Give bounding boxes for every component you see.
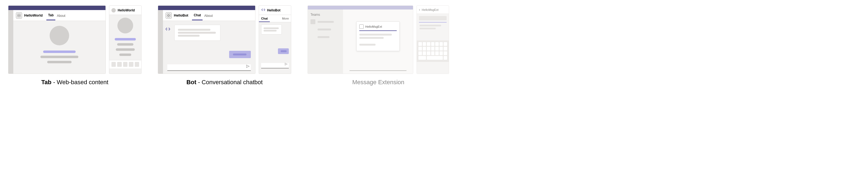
keyboard[interactable] xyxy=(417,41,449,62)
mobile-chat-area xyxy=(259,24,291,71)
mobile-header: HelloBot xyxy=(259,6,291,15)
svg-rect-2 xyxy=(18,16,19,17)
bot-desktop-window: HelloBot Chat About xyxy=(158,5,255,74)
app-rail xyxy=(158,10,163,74)
tab-more[interactable]: More xyxy=(280,15,291,22)
sidebar-title: Teams xyxy=(310,13,340,17)
send-icon[interactable] xyxy=(284,62,288,67)
app-icon xyxy=(166,12,172,19)
window-titlebar xyxy=(8,6,105,10)
mobile-header: ‹ HelloMsgExt xyxy=(417,6,449,14)
app-name: HelloBot xyxy=(174,13,188,17)
tab-mobile-window: HelloWorld xyxy=(109,5,142,74)
outgoing-message xyxy=(278,48,289,54)
message-extension-group: Teams HelloMsgExt xyxy=(308,5,449,86)
tab-desktop-window: HelloWorld Tab About xyxy=(8,5,106,74)
tab-caption: Tab - Web-based content xyxy=(41,79,108,86)
incoming-message xyxy=(261,24,282,34)
tab-header: HelloWorld Tab About xyxy=(13,10,105,21)
window-titlebar xyxy=(308,6,413,9)
avatar-placeholder xyxy=(117,18,133,33)
svg-rect-5 xyxy=(169,14,170,15)
text-line xyxy=(40,56,79,58)
text-line xyxy=(117,43,133,46)
svg-rect-4 xyxy=(167,14,168,15)
svg-rect-3 xyxy=(19,16,21,17)
list-item[interactable] xyxy=(310,19,340,24)
tab-chat[interactable]: Chat xyxy=(259,15,270,22)
svg-point-8 xyxy=(167,29,168,29)
text-line xyxy=(47,61,71,63)
list-item[interactable] xyxy=(310,27,340,32)
bot-avatar-icon xyxy=(165,26,170,33)
card-app-icon xyxy=(359,24,364,29)
mobile-title: HelloBot xyxy=(267,8,280,12)
nav-item[interactable] xyxy=(112,62,116,67)
message-extension-card: HelloMsgExt xyxy=(356,22,400,51)
bot-mobile-window: HelloBot Chat More xyxy=(259,5,291,74)
card-title: HelloMsgExt xyxy=(365,25,382,28)
avatar-placeholder xyxy=(50,26,69,45)
tab-about[interactable]: About xyxy=(55,11,67,20)
compose-box[interactable] xyxy=(167,65,251,71)
svg-rect-6 xyxy=(167,16,168,17)
compose-box[interactable] xyxy=(261,63,289,69)
svg-rect-1 xyxy=(19,14,21,15)
mobile-tabs: Chat More xyxy=(259,15,291,22)
tab-about[interactable]: About xyxy=(203,11,214,20)
nav-item[interactable] xyxy=(117,62,122,67)
app-icon xyxy=(16,12,22,19)
compose-box[interactable] xyxy=(349,66,406,71)
search-input[interactable] xyxy=(419,16,446,20)
mobile-title: HelloMsgExt xyxy=(422,8,438,11)
text-line xyxy=(359,44,376,46)
svg-rect-7 xyxy=(169,16,170,17)
text-line xyxy=(116,48,135,51)
tab-chat[interactable]: Chat xyxy=(192,10,203,20)
text-line xyxy=(119,53,131,56)
diagram-row: HelloWorld Tab About xyxy=(8,5,860,86)
chat-area xyxy=(163,21,255,74)
text-line xyxy=(359,34,392,35)
mobile-title: HelloWorld xyxy=(118,8,135,12)
me-main: HelloMsgExt xyxy=(343,9,413,74)
me-desktop-window: Teams HelloMsgExt xyxy=(308,5,413,74)
tab-group: HelloWorld Tab About xyxy=(8,5,142,86)
app-rail xyxy=(8,10,13,74)
mobile-nav xyxy=(109,60,141,69)
title-line xyxy=(115,38,136,41)
text-line xyxy=(359,37,384,39)
list-item[interactable] xyxy=(310,34,340,40)
mobile-header: HelloWorld xyxy=(109,6,141,15)
window-titlebar xyxy=(158,6,255,10)
tab-tab[interactable]: Tab xyxy=(46,10,55,20)
app-name: HelloWorld xyxy=(24,13,42,17)
back-icon[interactable]: ‹ xyxy=(419,8,420,12)
text-line xyxy=(420,25,441,26)
send-icon[interactable] xyxy=(246,65,250,69)
results-list xyxy=(417,25,449,29)
nav-item[interactable] xyxy=(135,62,139,67)
bot-caption: Bot - Conversational chatbot xyxy=(186,79,262,86)
bot-header: HelloBot Chat About xyxy=(163,10,255,21)
svg-point-11 xyxy=(264,9,264,10)
me-caption: Message Extension xyxy=(352,79,404,86)
outgoing-message xyxy=(229,51,251,58)
teams-sidebar: Teams xyxy=(308,9,343,74)
nav-item[interactable] xyxy=(129,62,133,67)
bot-group: HelloBot Chat About xyxy=(158,5,291,86)
tab-content xyxy=(13,21,105,65)
avatar-dot-icon xyxy=(112,8,116,12)
title-line xyxy=(43,51,76,53)
svg-point-9 xyxy=(168,29,169,29)
bot-avatar-icon xyxy=(261,8,266,13)
card-rule xyxy=(359,30,397,31)
svg-rect-0 xyxy=(18,14,19,15)
incoming-message xyxy=(174,25,220,41)
me-mobile-window: ‹ HelloMsgExt xyxy=(416,5,449,74)
nav-item[interactable] xyxy=(123,62,127,67)
text-line xyxy=(420,28,436,29)
accent-rule xyxy=(419,22,446,23)
